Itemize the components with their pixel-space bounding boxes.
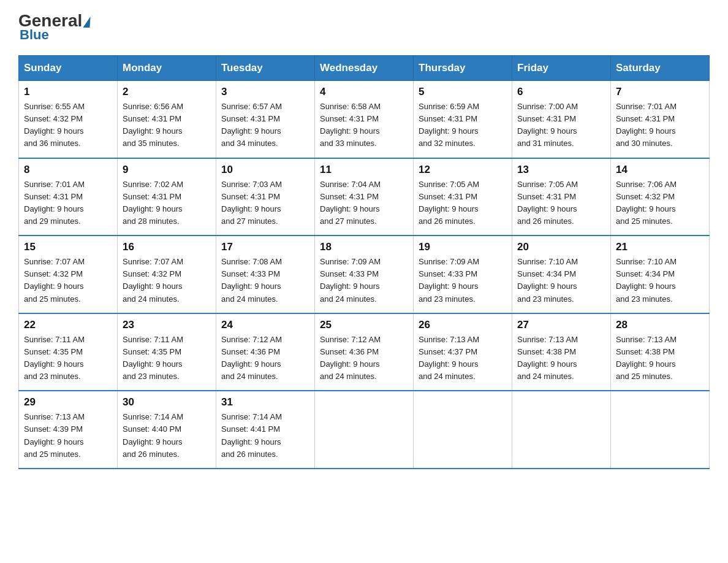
calendar-cell: 9Sunrise: 7:02 AMSunset: 4:31 PMDaylight…: [118, 158, 216, 236]
calendar-cell: 23Sunrise: 7:11 AMSunset: 4:35 PMDayligh…: [118, 313, 216, 391]
calendar-cell: 8Sunrise: 7:01 AMSunset: 4:31 PMDaylight…: [19, 158, 118, 236]
day-info: Sunrise: 7:12 AMSunset: 4:36 PMDaylight:…: [221, 334, 309, 383]
header-tuesday: Tuesday: [216, 56, 315, 81]
day-info: Sunrise: 7:03 AMSunset: 4:31 PMDaylight:…: [221, 178, 309, 228]
day-info: Sunrise: 7:01 AMSunset: 4:31 PMDaylight:…: [616, 101, 704, 150]
header-friday: Friday: [512, 56, 611, 81]
calendar-cell: 6Sunrise: 7:00 AMSunset: 4:31 PMDaylight…: [512, 81, 611, 158]
calendar-cell: 11Sunrise: 7:04 AMSunset: 4:31 PMDayligh…: [315, 158, 414, 236]
calendar-cell: 29Sunrise: 7:13 AMSunset: 4:39 PMDayligh…: [19, 391, 118, 469]
calendar-cell: 10Sunrise: 7:03 AMSunset: 4:31 PMDayligh…: [216, 158, 315, 236]
day-info: Sunrise: 7:12 AMSunset: 4:36 PMDaylight:…: [320, 334, 408, 383]
calendar-cell: [611, 391, 710, 469]
header-thursday: Thursday: [414, 56, 512, 81]
day-number: 11: [320, 164, 408, 176]
day-info: Sunrise: 6:55 AMSunset: 4:32 PMDaylight:…: [24, 101, 112, 150]
calendar-cell: 18Sunrise: 7:09 AMSunset: 4:33 PMDayligh…: [315, 236, 414, 313]
day-number: 31: [221, 396, 309, 408]
calendar-cell: 26Sunrise: 7:13 AMSunset: 4:37 PMDayligh…: [414, 313, 512, 391]
day-info: Sunrise: 7:11 AMSunset: 4:35 PMDaylight:…: [123, 334, 211, 383]
logo-blue-text: Blue: [20, 27, 49, 43]
calendar-cell: 30Sunrise: 7:14 AMSunset: 4:40 PMDayligh…: [118, 391, 216, 469]
logo-triangle-icon: [83, 17, 92, 28]
calendar-cell: 4Sunrise: 6:58 AMSunset: 4:31 PMDaylight…: [315, 81, 414, 158]
day-number: 19: [419, 241, 507, 253]
day-number: 24: [221, 319, 309, 331]
day-info: Sunrise: 7:01 AMSunset: 4:31 PMDaylight:…: [24, 178, 112, 228]
day-number: 21: [616, 241, 704, 253]
day-info: Sunrise: 7:13 AMSunset: 4:38 PMDaylight:…: [616, 334, 704, 383]
calendar-cell: 7Sunrise: 7:01 AMSunset: 4:31 PMDaylight…: [611, 81, 710, 158]
day-number: 17: [221, 241, 309, 253]
calendar-cell: 3Sunrise: 6:57 AMSunset: 4:31 PMDaylight…: [216, 81, 315, 158]
day-number: 7: [616, 86, 704, 98]
day-info: Sunrise: 7:05 AMSunset: 4:31 PMDaylight:…: [419, 178, 507, 228]
calendar-cell: 20Sunrise: 7:10 AMSunset: 4:34 PMDayligh…: [512, 236, 611, 313]
day-number: 27: [517, 319, 605, 331]
day-number: 30: [123, 396, 211, 408]
day-info: Sunrise: 7:13 AMSunset: 4:39 PMDaylight:…: [24, 411, 112, 461]
day-number: 22: [24, 319, 112, 331]
calendar-week-row: 15Sunrise: 7:07 AMSunset: 4:32 PMDayligh…: [19, 236, 710, 313]
calendar-cell: 24Sunrise: 7:12 AMSunset: 4:36 PMDayligh…: [216, 313, 315, 391]
day-number: 26: [419, 319, 507, 331]
day-info: Sunrise: 7:07 AMSunset: 4:32 PMDaylight:…: [123, 256, 211, 305]
day-number: 6: [517, 86, 605, 98]
day-number: 14: [616, 164, 704, 176]
calendar-cell: 28Sunrise: 7:13 AMSunset: 4:38 PMDayligh…: [611, 313, 710, 391]
calendar-week-row: 29Sunrise: 7:13 AMSunset: 4:39 PMDayligh…: [19, 391, 710, 469]
day-number: 9: [123, 164, 211, 176]
day-number: 23: [123, 319, 211, 331]
calendar-cell: 14Sunrise: 7:06 AMSunset: 4:32 PMDayligh…: [611, 158, 710, 236]
calendar-cell: 27Sunrise: 7:13 AMSunset: 4:38 PMDayligh…: [512, 313, 611, 391]
calendar-cell: 12Sunrise: 7:05 AMSunset: 4:31 PMDayligh…: [414, 158, 512, 236]
calendar-cell: 2Sunrise: 6:56 AMSunset: 4:31 PMDaylight…: [118, 81, 216, 158]
day-number: 5: [419, 86, 507, 98]
day-number: 25: [320, 319, 408, 331]
day-number: 16: [123, 241, 211, 253]
day-number: 28: [616, 319, 704, 331]
day-info: Sunrise: 7:08 AMSunset: 4:33 PMDaylight:…: [221, 256, 309, 305]
day-info: Sunrise: 7:10 AMSunset: 4:34 PMDaylight:…: [517, 256, 605, 305]
calendar-week-row: 1Sunrise: 6:55 AMSunset: 4:32 PMDaylight…: [19, 81, 710, 158]
day-info: Sunrise: 6:58 AMSunset: 4:31 PMDaylight:…: [320, 101, 408, 150]
day-info: Sunrise: 7:06 AMSunset: 4:32 PMDaylight:…: [616, 178, 704, 228]
day-info: Sunrise: 7:00 AMSunset: 4:31 PMDaylight:…: [517, 101, 605, 150]
calendar-cell: 21Sunrise: 7:10 AMSunset: 4:34 PMDayligh…: [611, 236, 710, 313]
day-info: Sunrise: 7:10 AMSunset: 4:34 PMDaylight:…: [616, 256, 704, 305]
calendar-cell: 5Sunrise: 6:59 AMSunset: 4:31 PMDaylight…: [414, 81, 512, 158]
logo: General Blue: [18, 12, 91, 43]
calendar-cell: [315, 391, 414, 469]
calendar-cell: 19Sunrise: 7:09 AMSunset: 4:33 PMDayligh…: [414, 236, 512, 313]
day-info: Sunrise: 6:59 AMSunset: 4:31 PMDaylight:…: [419, 101, 507, 150]
calendar-table: SundayMondayTuesdayWednesdayThursdayFrid…: [18, 55, 710, 469]
calendar-cell: 31Sunrise: 7:14 AMSunset: 4:41 PMDayligh…: [216, 391, 315, 469]
header-saturday: Saturday: [611, 56, 710, 81]
day-info: Sunrise: 6:56 AMSunset: 4:31 PMDaylight:…: [123, 101, 211, 150]
day-info: Sunrise: 7:02 AMSunset: 4:31 PMDaylight:…: [123, 178, 211, 228]
calendar-cell: 16Sunrise: 7:07 AMSunset: 4:32 PMDayligh…: [118, 236, 216, 313]
day-number: 2: [123, 86, 211, 98]
day-info: Sunrise: 6:57 AMSunset: 4:31 PMDaylight:…: [221, 101, 309, 150]
day-number: 10: [221, 164, 309, 176]
calendar-cell: 13Sunrise: 7:05 AMSunset: 4:31 PMDayligh…: [512, 158, 611, 236]
day-info: Sunrise: 7:04 AMSunset: 4:31 PMDaylight:…: [320, 178, 408, 228]
day-info: Sunrise: 7:07 AMSunset: 4:32 PMDaylight:…: [24, 256, 112, 305]
day-info: Sunrise: 7:09 AMSunset: 4:33 PMDaylight:…: [320, 256, 408, 305]
calendar-cell: 17Sunrise: 7:08 AMSunset: 4:33 PMDayligh…: [216, 236, 315, 313]
day-info: Sunrise: 7:13 AMSunset: 4:37 PMDaylight:…: [419, 334, 507, 383]
day-number: 4: [320, 86, 408, 98]
day-number: 8: [24, 164, 112, 176]
calendar-cell: 1Sunrise: 6:55 AMSunset: 4:32 PMDaylight…: [19, 81, 118, 158]
calendar-week-row: 22Sunrise: 7:11 AMSunset: 4:35 PMDayligh…: [19, 313, 710, 391]
day-number: 15: [24, 241, 112, 253]
calendar-cell: 22Sunrise: 7:11 AMSunset: 4:35 PMDayligh…: [19, 313, 118, 391]
calendar-header-row: SundayMondayTuesdayWednesdayThursdayFrid…: [19, 56, 710, 81]
day-number: 3: [221, 86, 309, 98]
calendar-cell: 25Sunrise: 7:12 AMSunset: 4:36 PMDayligh…: [315, 313, 414, 391]
day-info: Sunrise: 7:05 AMSunset: 4:31 PMDaylight:…: [517, 178, 605, 228]
header-monday: Monday: [118, 56, 216, 81]
calendar-week-row: 8Sunrise: 7:01 AMSunset: 4:31 PMDaylight…: [19, 158, 710, 236]
calendar-cell: [414, 391, 512, 469]
day-info: Sunrise: 7:14 AMSunset: 4:41 PMDaylight:…: [221, 411, 309, 461]
